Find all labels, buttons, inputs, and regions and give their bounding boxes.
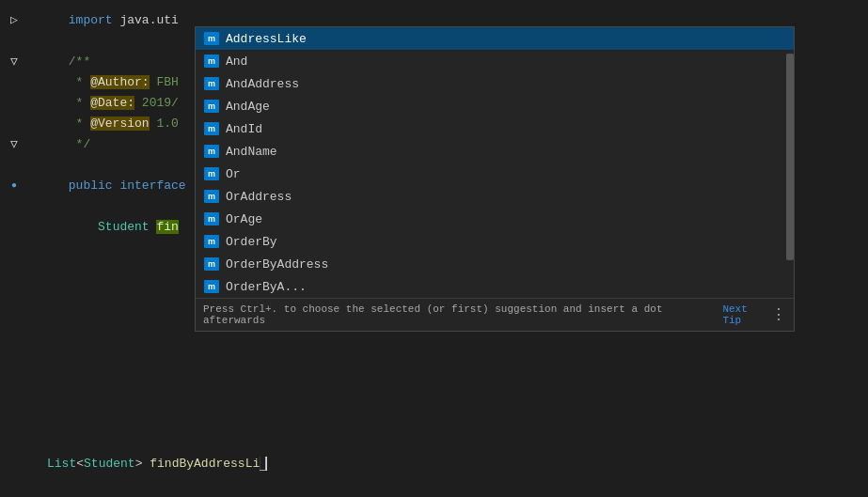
bottom-code-line: List<Student> findByAddressLi▊ (47, 456, 267, 471)
autocomplete-item-and[interactable]: m And (196, 50, 794, 72)
autocomplete-item-addresslike[interactable]: m AddressLike (196, 27, 794, 50)
method-icon: m (203, 76, 220, 91)
item-label-and: And (226, 54, 247, 69)
method-icon: m (203, 189, 220, 204)
method-icon: m (203, 166, 220, 181)
fold-icon-7: ▽ (8, 136, 21, 151)
method-icon: m (203, 279, 220, 294)
scrollbar[interactable] (786, 54, 794, 260)
method-icon: m (203, 54, 220, 69)
next-tip-button[interactable]: Next Tip (722, 303, 771, 326)
item-label-orderbyaddress: OrderByAddress (226, 257, 328, 272)
autocomplete-item-andid[interactable]: m AndId (196, 117, 794, 140)
item-label-addresslike: AddressLike (226, 32, 307, 46)
item-label-oraddress: OrAddress (226, 190, 292, 204)
autocomplete-item-andage[interactable]: m AndAge (196, 95, 794, 117)
method-icon: m (203, 234, 220, 249)
method-icon: m (203, 99, 220, 114)
autocomplete-item-or[interactable]: m Or (196, 163, 794, 185)
item-label-orage: OrAge (226, 212, 262, 226)
autocomplete-item-andname[interactable]: m AndName (196, 140, 794, 163)
autocomplete-item-oraddress[interactable]: m OrAddress (196, 185, 794, 208)
autocomplete-item-orderbya[interactable]: m OrderByA... (196, 275, 794, 298)
item-label-andaddress: AndAddress (226, 77, 299, 91)
autocomplete-item-andaddress[interactable]: m AndAddress (196, 72, 794, 95)
autocomplete-list[interactable]: m AddressLike m And m AndAddress m AndAg… (196, 27, 794, 298)
more-options-button[interactable]: ⋮ (771, 305, 786, 324)
method-icon: m (203, 121, 220, 136)
method-icon: m (203, 144, 220, 159)
autocomplete-dropdown: m AddressLike m And m AndAddress m AndAg… (195, 26, 795, 332)
autocomplete-item-orage[interactable]: m OrAge (196, 208, 794, 230)
item-label-orderby: OrderBy (226, 235, 277, 249)
fold-icon-3: ▽ (8, 54, 21, 69)
autocomplete-item-orderbyaddress[interactable]: m OrderByAddress (196, 253, 794, 275)
fold-icon-9: ● (8, 180, 21, 191)
fold-icon-1: ▷ (8, 12, 21, 27)
item-label-andage: AndAge (226, 100, 270, 114)
item-label-andname: AndName (226, 145, 277, 159)
method-icon: m (203, 211, 220, 226)
item-label-orderbya: OrderByA... (226, 280, 307, 294)
autocomplete-footer: Press Ctrl+. to choose the selected (or … (196, 298, 794, 331)
item-label-or: Or (226, 167, 241, 181)
item-label-andid: AndId (226, 122, 262, 136)
method-icon: m (203, 31, 220, 46)
footer-text: Press Ctrl+. to choose the selected (or … (203, 303, 718, 326)
footer-hint: Press Ctrl+. to choose the selected (or … (203, 303, 771, 326)
method-icon: m (203, 256, 220, 272)
autocomplete-item-orderby[interactable]: m OrderBy (196, 230, 794, 253)
